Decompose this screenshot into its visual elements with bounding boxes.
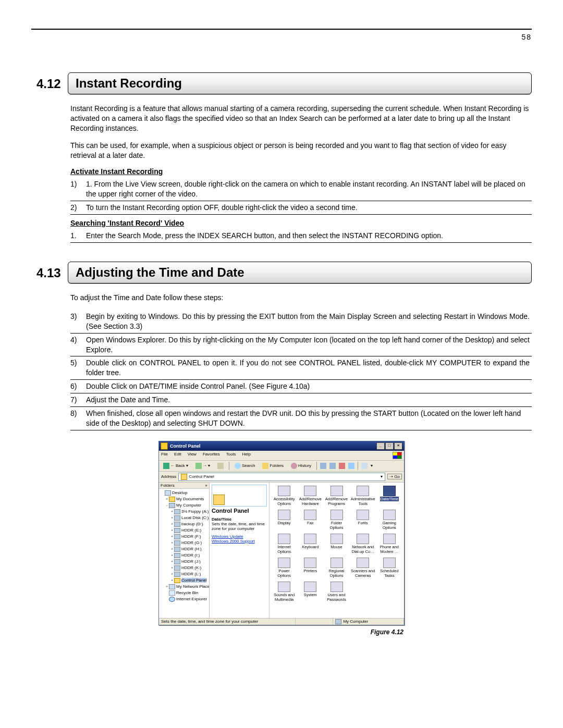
tree-item[interactable]: +HDDR (L:) <box>161 571 209 577</box>
tree-expander[interactable]: + <box>170 540 174 546</box>
tree-expander[interactable]: - <box>165 502 169 509</box>
tree-expander[interactable]: + <box>170 527 174 534</box>
control-panel-item[interactable]: Regional Options <box>324 558 349 581</box>
history-button[interactable]: History <box>289 462 313 470</box>
menu-favorites[interactable]: Favorites <box>203 452 220 459</box>
close-button[interactable]: × <box>394 442 402 450</box>
delete-icon[interactable] <box>339 463 345 469</box>
link-windows-update[interactable]: Windows Update <box>212 534 267 539</box>
control-panel-item[interactable]: Gaming Options <box>377 510 402 533</box>
control-panel-item[interactable]: Accessibility Options <box>272 486 297 509</box>
minimize-button[interactable]: _ <box>376 442 385 450</box>
step-text: Open Windows Explorer. Do this by right-… <box>86 333 532 356</box>
tree-item[interactable]: +Control Panel <box>161 577 209 584</box>
tree-expander[interactable]: + <box>170 559 174 565</box>
applet-icon <box>304 582 316 592</box>
tree-expander[interactable]: + <box>170 577 174 584</box>
info-pane: Control Panel Date/Time Sets the date, t… <box>210 483 270 618</box>
tree-expander[interactable]: + <box>170 515 174 521</box>
maximize-button[interactable]: □ <box>385 442 394 450</box>
views-icon[interactable] <box>361 463 368 469</box>
applet-label: Add/Remove Hardware <box>298 497 323 506</box>
move-to-icon[interactable] <box>320 463 326 469</box>
close-folders-pane[interactable]: × <box>205 483 207 488</box>
control-panel-item[interactable]: Phone and Modem … <box>377 534 402 557</box>
step-text: Begin by exiting to Windows. Do this by … <box>86 310 532 333</box>
control-panel-item[interactable]: Scheduled Tasks <box>377 558 402 581</box>
step-row: 7) Adjust the Date and Time. <box>70 393 532 407</box>
tree-expander[interactable]: + <box>170 521 174 527</box>
tree-item[interactable]: Internet Explorer <box>161 596 209 602</box>
control-panel-item[interactable]: Date/Time <box>377 486 402 509</box>
control-panel-item[interactable]: Internet Options <box>272 534 297 557</box>
forward-button[interactable]: → ▾ <box>193 462 212 470</box>
up-button[interactable] <box>215 462 226 470</box>
tree-item[interactable]: +My Documents <box>161 496 209 502</box>
desk-icon <box>165 490 171 496</box>
tree-expander[interactable]: + <box>165 496 169 502</box>
folders-button[interactable]: Folders <box>260 462 286 470</box>
my-computer-icon <box>335 619 341 624</box>
forward-icon <box>195 463 202 469</box>
tree-item[interactable]: +HDDR (G:) <box>161 540 209 546</box>
control-panel-item[interactable]: Display <box>272 510 297 533</box>
tree-expander[interactable]: + <box>170 509 174 515</box>
tree-item[interactable]: Recycle Bin <box>161 590 209 596</box>
step-number: 2) <box>70 201 86 215</box>
control-panel-item[interactable]: Network and Dial-up Co… <box>350 534 376 557</box>
applet-label: Display <box>277 521 291 525</box>
control-panel-item[interactable]: Scanners and Cameras <box>350 558 376 581</box>
tree-expander[interactable]: + <box>170 565 174 571</box>
fold-icon <box>174 578 180 583</box>
tree-item[interactable]: +HDDR (I:) <box>161 552 209 559</box>
control-panel-item[interactable]: Users and Passwords <box>324 582 349 604</box>
control-panel-item[interactable]: Administrative Tools <box>350 486 376 509</box>
tree-expander[interactable]: + <box>170 546 174 552</box>
link-windows-2000-support[interactable]: Windows 2000 Support <box>212 539 267 544</box>
step-text: Double click on CONTROL PANEL to open it… <box>86 356 532 380</box>
tree-item[interactable]: +Local Disk (C:) <box>161 515 209 521</box>
tree-item[interactable]: +3½ Floppy (A:) <box>161 509 209 515</box>
control-panel-item[interactable]: System <box>298 582 323 604</box>
tree-item[interactable]: +backup (D:) <box>161 521 209 527</box>
control-panel-item[interactable]: Fonts <box>350 510 376 533</box>
tree-expander[interactable]: + <box>170 552 174 559</box>
go-button[interactable]: ⇢ Go <box>387 474 402 479</box>
menu-view[interactable]: View <box>188 452 197 459</box>
menu-tools[interactable]: Tools <box>226 452 236 459</box>
undo-icon[interactable] <box>348 463 354 469</box>
control-panel-item[interactable]: Fax <box>298 510 323 533</box>
tree-item[interactable]: +My Network Places <box>161 584 209 590</box>
tree-expander[interactable]: + <box>170 571 174 577</box>
tree-item[interactable]: Desktop <box>161 490 209 496</box>
tree-item[interactable]: +HDDR (J:) <box>161 559 209 565</box>
applet-icon <box>278 486 290 496</box>
control-panel-item[interactable]: Sounds and Multimedia <box>272 582 297 604</box>
search-button[interactable]: Search <box>232 462 257 470</box>
tree-expander[interactable]: + <box>165 584 169 590</box>
control-panel-item[interactable]: Printers <box>298 558 323 581</box>
control-panel-item[interactable]: Power Options <box>272 558 297 581</box>
applet-icon <box>331 510 343 520</box>
rec-icon <box>169 590 175 596</box>
menu-file[interactable]: File <box>161 452 168 459</box>
back-button[interactable]: ← Back ▾ <box>161 462 190 470</box>
window-titlebar[interactable]: Control Panel _ □ × <box>159 441 404 451</box>
address-field[interactable]: Control Panel ▾ <box>178 473 385 481</box>
control-panel-item[interactable]: Mouse <box>324 534 349 557</box>
tree-item[interactable]: +HDDR (K:) <box>161 565 209 571</box>
copy-to-icon[interactable] <box>329 463 336 469</box>
control-panel-item[interactable]: Folder Options <box>324 510 349 533</box>
tree-item-label: Internet Explorer <box>176 597 207 601</box>
menu-edit[interactable]: Edit <box>174 452 181 459</box>
tree-item[interactable]: +HDDR (F:) <box>161 534 209 540</box>
tree-item[interactable]: +HDDR (H:) <box>161 546 209 552</box>
tree-item[interactable]: -My Computer <box>161 502 209 509</box>
tree-item[interactable]: +HDDR (E:) <box>161 527 209 534</box>
control-panel-item[interactable]: Add/Remove Programs <box>324 486 349 509</box>
control-panel-item[interactable]: Add/Remove Hardware <box>298 486 323 509</box>
up-icon <box>217 463 224 469</box>
control-panel-item[interactable]: Keyboard <box>298 534 323 557</box>
tree-expander[interactable]: + <box>170 534 174 540</box>
menu-help[interactable]: Help <box>242 452 250 459</box>
